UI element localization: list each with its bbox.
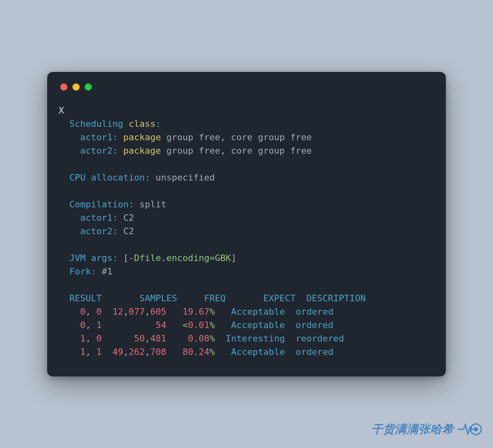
- freq-num: 19.67: [183, 307, 209, 317]
- sample-digit: 7: [150, 347, 155, 357]
- results-table: RESULT SAMPLES FREQ EXPECT DESCRIPTION 0…: [59, 293, 366, 357]
- compilation-label: Compilation:: [70, 199, 134, 209]
- colon: :: [112, 226, 118, 236]
- freq-pct: %: [209, 320, 215, 330]
- sample-digit: 4: [112, 347, 118, 357]
- description-value: ordered: [296, 307, 334, 317]
- sample-digit: 0: [155, 307, 161, 317]
- compilation-value: split: [134, 199, 166, 209]
- sample-digit: 5: [161, 307, 166, 317]
- fork-label: Fork:: [70, 266, 96, 276]
- header-samples: SAMPLES: [112, 293, 177, 303]
- comp-actor2-value: C2: [118, 226, 134, 236]
- window-controls: [60, 83, 434, 91]
- colon: :: [112, 146, 118, 156]
- result-b: 0: [96, 333, 102, 344]
- comma: ,: [145, 333, 150, 344]
- close-icon[interactable]: [60, 83, 68, 91]
- sample-digit: 2: [140, 347, 145, 357]
- freq-num: 0.01: [188, 320, 209, 330]
- fork-value: #1: [96, 266, 113, 276]
- sample-digit: 1: [112, 307, 118, 317]
- expect-value: Interesting: [215, 333, 285, 344]
- expect-value: Acceptable: [215, 347, 285, 357]
- header-description: DESCRIPTION: [306, 293, 366, 303]
- result-a: 0: [80, 307, 85, 317]
- comma: ,: [85, 320, 96, 330]
- actor1-groups: group free, core group free: [161, 132, 312, 142]
- minimize-icon[interactable]: [72, 83, 80, 91]
- comp-actor1-value: C2: [118, 213, 134, 223]
- sample-digit: 8: [161, 347, 166, 357]
- expect-value: Acceptable: [215, 320, 285, 330]
- freq-pct: %: [209, 333, 215, 344]
- result-b: 0: [96, 307, 102, 317]
- bracket-open: [: [118, 253, 129, 263]
- sample-digit: 0: [155, 347, 161, 357]
- terminal-window: X Scheduling class: actor1: package grou…: [47, 72, 446, 376]
- freq-pct: %: [209, 307, 215, 317]
- jvm-args-label: JVM args:: [70, 253, 118, 263]
- bracket-close: ]: [231, 253, 236, 263]
- prompt-line: X: [59, 105, 64, 115]
- sample-digit: 4: [161, 320, 166, 330]
- actor2-label: actor2: [80, 146, 112, 156]
- sample-digit: 1: [161, 333, 166, 344]
- description-value: reordered: [296, 333, 344, 344]
- terminal-output: X Scheduling class: actor1: package grou…: [59, 104, 434, 359]
- watermark: 干货满满张哈希: [371, 420, 482, 438]
- jvm-flag: -Dfile.encoding=GBK: [129, 253, 231, 263]
- freq-num: 0.08: [188, 333, 209, 344]
- description-value: ordered: [296, 347, 334, 357]
- watermark-text: 干货满满张哈希: [371, 422, 454, 437]
- comma: ,: [145, 347, 150, 357]
- cpu-alloc-value: unspecified: [150, 172, 215, 183]
- pulse-icon: [457, 420, 482, 438]
- sample-digit: 8: [155, 333, 161, 344]
- description-value: ordered: [296, 320, 334, 330]
- expect-value: Acceptable: [215, 307, 285, 317]
- sample-digit: 0: [129, 307, 134, 317]
- comma: ,: [123, 347, 129, 357]
- sample-digit: 2: [129, 347, 134, 357]
- scheduling-label: Scheduling: [70, 119, 123, 129]
- colon: :: [112, 213, 118, 223]
- actor1-label: actor1: [80, 132, 112, 142]
- comp-actor1-label: actor1: [80, 213, 112, 223]
- header-result: RESULT: [70, 293, 113, 303]
- sample-digit: 6: [134, 347, 139, 357]
- sample-digit: 0: [140, 333, 145, 344]
- colon: :: [112, 132, 118, 142]
- comma: ,: [123, 307, 129, 317]
- sample-digit: 4: [150, 333, 155, 344]
- sample-digit: 9: [118, 347, 123, 357]
- result-a: 1: [80, 333, 85, 344]
- package-keyword: package: [123, 132, 161, 142]
- result-a: 1: [80, 347, 85, 357]
- package-keyword: package: [123, 146, 161, 156]
- actor2-groups: group free, core group free: [161, 146, 312, 156]
- sample-digit: 5: [155, 320, 161, 330]
- header-expect: EXPECT: [226, 293, 296, 303]
- result-b: 1: [96, 320, 102, 330]
- freq-pct: %: [209, 347, 215, 357]
- comma: ,: [85, 347, 96, 357]
- comma: ,: [85, 307, 96, 317]
- result-a: 0: [80, 320, 85, 330]
- maximize-icon[interactable]: [85, 83, 92, 91]
- header-freq: FREQ: [177, 293, 225, 303]
- freq-lt: <: [183, 320, 188, 330]
- comma: ,: [85, 333, 96, 344]
- class-keyword: class: [129, 119, 155, 129]
- cpu-alloc-label: CPU allocation:: [70, 172, 151, 183]
- sample-digit: 7: [140, 307, 145, 317]
- sample-digit: 2: [118, 307, 123, 317]
- result-b: 1: [96, 347, 102, 357]
- freq-num: 80.24: [183, 347, 209, 357]
- comma: ,: [145, 307, 150, 317]
- sample-digit: 7: [134, 307, 139, 317]
- comp-actor2-label: actor2: [80, 226, 112, 236]
- colon: :: [155, 119, 161, 129]
- sample-digit: 6: [150, 307, 155, 317]
- sample-digit: 5: [134, 333, 139, 344]
